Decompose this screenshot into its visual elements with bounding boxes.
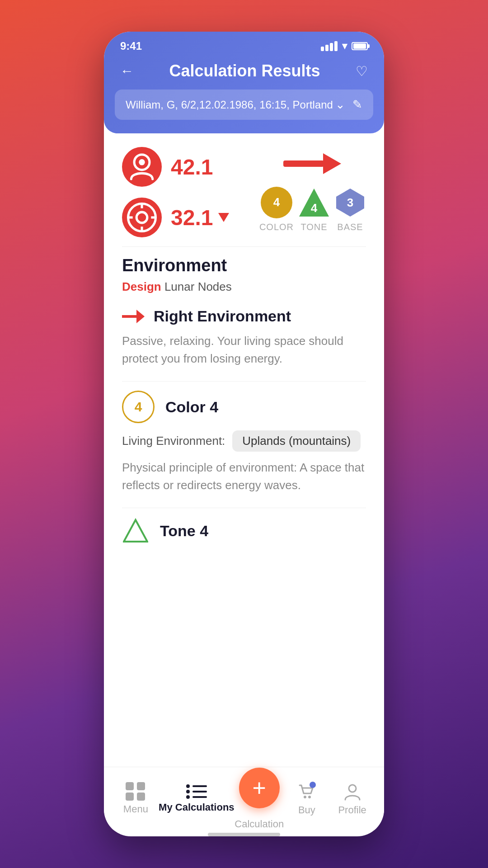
tone-section: Tone 4 [122, 517, 366, 544]
badges-row: 4 COLOR 4 TONE [259, 187, 366, 232]
nav-bar: ← Calculation Results ♡ [104, 57, 384, 90]
menu-icon [126, 782, 145, 801]
color-badge: 4 COLOR [259, 187, 294, 232]
svg-marker-9 [323, 153, 341, 174]
base-badge-label: BASE [337, 222, 363, 232]
subtitle-highlight: Design [122, 280, 161, 293]
svg-point-17 [349, 785, 356, 792]
scores-right: 4 COLOR 4 TONE [259, 152, 366, 232]
buy-icon [297, 782, 317, 802]
time: 9:41 [120, 40, 142, 52]
nav-menu-label: Menu [123, 803, 148, 815]
divider2 [122, 381, 366, 382]
subtitle-rest: Lunar Nodes [161, 280, 232, 293]
svg-text:3: 3 [347, 196, 353, 209]
right-arrow-indicator [283, 152, 342, 175]
status-icons: ▾ [321, 40, 368, 52]
tone-badge: 4 TONE [298, 187, 330, 232]
fab-icon: + [253, 776, 266, 800]
color4-label: Color 4 [165, 398, 218, 416]
color4-badge: 4 [122, 391, 155, 423]
nav-item-menu[interactable]: Menu [113, 782, 158, 815]
svg-marker-14 [124, 520, 147, 542]
nav-profile-label: Profile [338, 804, 366, 816]
arrow-right-icon [283, 152, 342, 175]
color-badge-value: 4 [273, 195, 280, 209]
score2-value: 32.1 [171, 205, 213, 230]
svg-point-1 [139, 159, 145, 165]
tone-badge-shape: 4 [298, 187, 330, 218]
svg-text:4: 4 [311, 201, 318, 215]
signal-icon [321, 41, 338, 51]
nav-item-my-calculations[interactable]: My Calculations [159, 784, 234, 813]
living-label: Living Environment: [122, 434, 225, 448]
person-selector[interactable]: William, G, 6/2,12.02.1986, 16:15, Portl… [115, 90, 373, 120]
base-badge: 3 BASE [334, 187, 366, 232]
divider3 [122, 508, 366, 508]
battery-icon [352, 42, 368, 50]
env-arrow-icon [122, 310, 145, 323]
color-badge-shape: 4 [261, 187, 292, 218]
nav-item-buy[interactable]: Buy [284, 782, 329, 816]
favorite-button[interactable]: ♡ [356, 63, 368, 79]
env-description: Passive, relaxing. Your living space sho… [122, 332, 366, 368]
header: 9:41 ▾ ← Calculation Results ♡ Wi [104, 32, 384, 133]
nav-item-profile[interactable]: Profile [330, 782, 375, 816]
tone-triangle-icon [122, 517, 149, 544]
scores-left: 42.1 32.1 [122, 147, 229, 237]
chevron-down-icon[interactable]: ⌄ [335, 98, 345, 112]
person-info: William, G, 6/2,12.02.1986, 16:15, Portl… [126, 99, 333, 111]
down-arrow-icon [218, 213, 229, 222]
selector-icons: ⌄ ✎ [335, 98, 362, 112]
tone4-label: Tone 4 [160, 522, 208, 540]
color-badge-label: COLOR [259, 222, 294, 232]
env-result-label: Right Environment [154, 307, 291, 325]
nav-my-calculations-label: My Calculations [159, 802, 234, 813]
status-bar: 9:41 ▾ [104, 32, 384, 57]
score1-value: 42.1 [171, 155, 213, 179]
page-title: Calculation Results [169, 61, 320, 80]
main-content: 42.1 32.1 [104, 133, 384, 767]
scores-section: 42.1 32.1 [122, 147, 366, 237]
tone-badge-label: TONE [300, 222, 327, 232]
home-indicator [208, 833, 280, 836]
wifi-icon: ▾ [342, 40, 347, 52]
my-calculations-icon [186, 784, 207, 799]
score1-icon [122, 147, 162, 187]
edit-icon[interactable]: ✎ [352, 98, 362, 112]
nav-item-calculation[interactable]: + Calculation [235, 768, 284, 830]
svg-point-16 [308, 796, 311, 798]
living-tag: Uplands (mountains) [232, 430, 361, 452]
svg-point-15 [304, 796, 306, 798]
physical-description: Physical principle of environment: A spa… [122, 459, 366, 494]
environment-section: Environment Design Lunar Nodes Right Env… [122, 256, 366, 544]
section-title: Environment [122, 256, 366, 275]
color-section: 4 Color 4 [122, 391, 366, 423]
svg-point-3 [136, 212, 147, 223]
nav-calculation-label: Calculation [235, 818, 284, 830]
env-result-row: Right Environment [122, 307, 366, 325]
section-subtitle: Design Lunar Nodes [122, 280, 366, 294]
score2-value-row: 32.1 [171, 205, 229, 230]
color4-badge-value: 4 [135, 399, 142, 415]
living-env-row: Living Environment: Uplands (mountains) [122, 430, 366, 452]
phone-container: 9:41 ▾ ← Calculation Results ♡ Wi [104, 32, 384, 836]
score2-icon [122, 198, 162, 237]
score2-item: 32.1 [122, 198, 229, 237]
profile-icon [343, 782, 362, 802]
back-button[interactable]: ← [120, 63, 134, 79]
divider1 [122, 246, 366, 247]
bottom-nav: Menu My Calculations [104, 767, 384, 830]
fab-button[interactable]: + [239, 768, 280, 808]
score1-item: 42.1 [122, 147, 229, 187]
svg-rect-8 [283, 160, 324, 167]
base-badge-shape: 3 [334, 187, 366, 218]
nav-buy-label: Buy [298, 804, 315, 816]
